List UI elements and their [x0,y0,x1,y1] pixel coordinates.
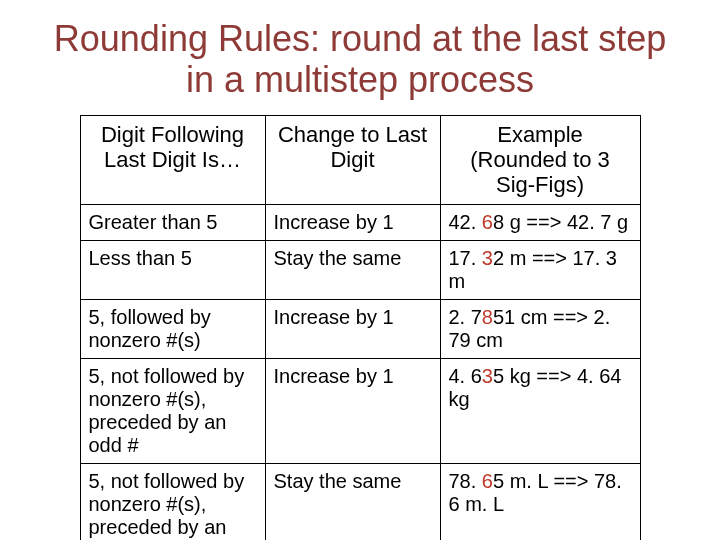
cell-change: Increase by 1 [265,204,440,240]
cell-example: 17. 32 m ==> 17. 3 m [440,240,640,299]
ex-pre: 2. 7 [449,306,482,328]
table-header-row: Digit Following Last Digit Is… Change to… [80,115,640,204]
ex-red-digit: 3 [482,247,493,269]
ex-red-digit: 6 [482,470,493,492]
table-row: 5, followed by nonzero #(s) Increase by … [80,299,640,358]
cell-rule: 5, followed by nonzero #(s) [80,299,265,358]
table-row: 5, not followed by nonzero #(s), precede… [80,358,640,463]
cell-change: Stay the same [265,240,440,299]
cell-example: 2. 7851 cm ==> 2. 79 cm [440,299,640,358]
ex-pre: 42. [449,211,482,233]
cell-change: Stay the same [265,463,440,540]
table-row: Less than 5 Stay the same 17. 32 m ==> 1… [80,240,640,299]
col-header-change: Change to Last Digit [265,115,440,204]
ex-pre: 4. 6 [449,365,482,387]
cell-change: Increase by 1 [265,299,440,358]
cell-rule: 5, not followed by nonzero #(s), precede… [80,463,265,540]
cell-example: 78. 65 m. L ==> 78. 6 m. L [440,463,640,540]
col-header-example: Example (Rounded to 3 Sig-Figs) [440,115,640,204]
col-header-rule: Digit Following Last Digit Is… [80,115,265,204]
ex-red-digit: 3 [482,365,493,387]
ex-pre: 17. [449,247,482,269]
table-row: Greater than 5 Increase by 1 42. 68 g ==… [80,204,640,240]
cell-example: 4. 635 kg ==> 4. 64 kg [440,358,640,463]
cell-change: Increase by 1 [265,358,440,463]
slide: Rounding Rules: round at the last step i… [0,0,720,540]
ex-red-digit: 6 [482,211,493,233]
ex-red-digit: 8 [482,306,493,328]
ex-post: 8 g ==> 42. 7 g [493,211,628,233]
cell-rule: Less than 5 [80,240,265,299]
rounding-rules-table: Digit Following Last Digit Is… Change to… [80,115,641,540]
cell-example: 42. 68 g ==> 42. 7 g [440,204,640,240]
cell-rule: Greater than 5 [80,204,265,240]
table-row: 5, not followed by nonzero #(s), precede… [80,463,640,540]
slide-title: Rounding Rules: round at the last step i… [40,18,680,101]
ex-pre: 78. [449,470,482,492]
cell-rule: 5, not followed by nonzero #(s), precede… [80,358,265,463]
